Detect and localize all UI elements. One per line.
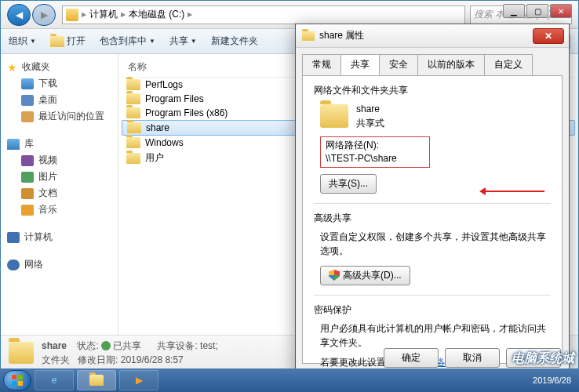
taskbar-explorer-button[interactable] (77, 370, 116, 390)
dialog-title: share 属性 (319, 29, 364, 42)
document-icon (21, 188, 34, 199)
new-folder-button[interactable]: 新建文件夹 (211, 34, 258, 48)
chevron-right-icon: ▶ (188, 11, 192, 18)
picture-icon (21, 172, 34, 183)
close-button[interactable]: ✕ (550, 4, 572, 18)
sidebar-item-pictures[interactable]: 图片 (4, 169, 115, 185)
details-date-label: 修改日期: (78, 354, 118, 365)
taskbar-ie-button[interactable]: e (35, 370, 74, 390)
minimize-button[interactable]: ▁ (503, 4, 525, 18)
share-mode: 共享式 (356, 116, 384, 130)
music-icon (21, 205, 34, 216)
folder-icon (89, 375, 104, 386)
tab-4[interactable]: 自定义 (484, 54, 533, 75)
video-icon (21, 155, 34, 166)
library-icon (7, 139, 20, 150)
drive-icon (66, 9, 78, 21)
sidebar-item-videos[interactable]: 视频 (4, 152, 115, 169)
folder-icon (126, 137, 140, 148)
share-menu[interactable]: 共享 ▼ (169, 34, 197, 48)
svg-rect-1 (18, 375, 23, 379)
file-name: Program Files (145, 93, 204, 104)
sidebar-item-downloads[interactable]: 下载 (4, 75, 115, 92)
details-state-label: 状态: (77, 340, 98, 351)
folder-icon (126, 93, 140, 104)
details-date-value: 2019/6/28 8:57 (121, 354, 184, 365)
tab-body-share: 网络文件和文件夹共享 share 共享式 网络路径(N): \\TEST-PC\… (302, 75, 563, 364)
dialog-close-button[interactable]: ✕ (533, 28, 564, 44)
folder-icon (320, 104, 348, 128)
chevron-right-icon: ▶ (82, 11, 86, 18)
taskbar: e ▶ 2019/6/28 (0, 368, 579, 392)
folder-icon (126, 79, 140, 90)
details-state-value: 已共享 (113, 340, 141, 351)
sidebar-computer[interactable]: 计算机 (4, 229, 115, 245)
taskbar-clock[interactable]: 2019/6/28 (533, 376, 576, 385)
network-path-box: 网络路径(N): \\TEST-PC\share (320, 136, 430, 168)
chevron-right-icon: ▶ (121, 11, 126, 18)
computer-icon (7, 232, 20, 243)
media-icon: ▶ (136, 375, 143, 386)
include-menu[interactable]: 包含到库中 ▼ (100, 34, 155, 48)
network-icon (7, 260, 20, 270)
shared-icon (101, 341, 111, 350)
start-button[interactable] (3, 370, 31, 390)
tab-2[interactable]: 安全 (379, 54, 418, 75)
file-name: 用户 (145, 151, 164, 165)
section-network-share: 网络文件和文件夹共享 (314, 84, 551, 97)
sidebar-item-recent[interactable]: 最近访问的位置 (4, 108, 115, 125)
star-icon: ★ (7, 61, 17, 74)
file-name: share (146, 122, 169, 133)
section-advanced-share: 高级共享 (314, 212, 551, 225)
tab-1[interactable]: 共享 (340, 54, 380, 75)
cancel-button[interactable]: 取消 (445, 348, 500, 368)
tab-0[interactable]: 常规 (302, 54, 341, 75)
sidebar-network[interactable]: 网络 (4, 256, 115, 273)
watermark: 电脑系统城 (512, 350, 574, 367)
window-controls: ▁ ▢ ✕ (503, 4, 572, 18)
properties-dialog: share 属性 ✕ 常规共享安全以前的版本自定义 网络文件和文件夹共享 sha… (295, 24, 570, 376)
details-device-label: 共享设备: (157, 340, 197, 351)
sidebar-item-music[interactable]: 音乐 (4, 201, 115, 218)
folder-icon (127, 122, 141, 133)
open-button[interactable]: 打开 (50, 34, 86, 48)
forward-button[interactable]: ▶ (32, 4, 56, 26)
svg-rect-2 (12, 381, 16, 386)
taskbar-media-button[interactable]: ▶ (119, 370, 158, 390)
annotation-arrow-icon (482, 191, 544, 192)
maximize-button[interactable]: ▢ (526, 4, 548, 18)
back-button[interactable]: ◀ (7, 4, 31, 26)
details-name: share (42, 340, 67, 351)
svg-rect-3 (18, 381, 23, 386)
chevron-down-icon: ▼ (191, 38, 197, 45)
sidebar-item-documents[interactable]: 文档 (4, 185, 115, 201)
folder-icon (126, 107, 140, 118)
sidebar-libraries[interactable]: 库 (4, 136, 115, 152)
share-button[interactable]: 共享(S)... (320, 174, 377, 194)
breadcrumb-drive[interactable]: 本地磁盘 (C:) (129, 8, 184, 21)
shield-icon (329, 270, 340, 281)
dialog-titlebar[interactable]: share 属性 (296, 24, 569, 48)
breadcrumb[interactable]: ▶ 计算机 ▶ 本地磁盘 (C:) ▶ (62, 5, 465, 24)
breadcrumb-root[interactable]: 计算机 (89, 8, 118, 21)
share-name: share (356, 102, 384, 116)
advanced-share-desc: 设置自定义权限，创建多个共享，并设置其他高级共享选项。 (320, 230, 551, 258)
chevron-down-icon: ▼ (30, 38, 36, 45)
recent-icon (21, 111, 34, 122)
chevron-down-icon: ▼ (149, 38, 155, 45)
organize-menu[interactable]: 组织 ▼ (9, 34, 36, 48)
folder-icon (126, 153, 140, 164)
sidebar-favorites[interactable]: ★收藏夹 (4, 59, 115, 75)
sidebar-item-desktop[interactable]: 桌面 (4, 92, 115, 108)
password-desc: 用户必须具有此计算机的用户帐户和密码，才能访问共享文件夹。 (320, 321, 551, 350)
download-icon (21, 78, 34, 89)
ie-icon: e (52, 375, 57, 386)
sidebar: ★收藏夹 下载 桌面 最近访问的位置 库 视频 图片 文档 音乐 计算机 网络 (1, 54, 118, 335)
tab-3[interactable]: 以前的版本 (417, 54, 485, 75)
advanced-share-button[interactable]: 高级共享(D)... (320, 266, 410, 285)
details-type: 文件夹 (42, 354, 70, 365)
network-path-value: \\TEST-PC\share (326, 152, 424, 165)
folder-icon (9, 342, 34, 364)
folder-icon (302, 31, 315, 41)
ok-button[interactable]: 确定 (384, 348, 439, 368)
